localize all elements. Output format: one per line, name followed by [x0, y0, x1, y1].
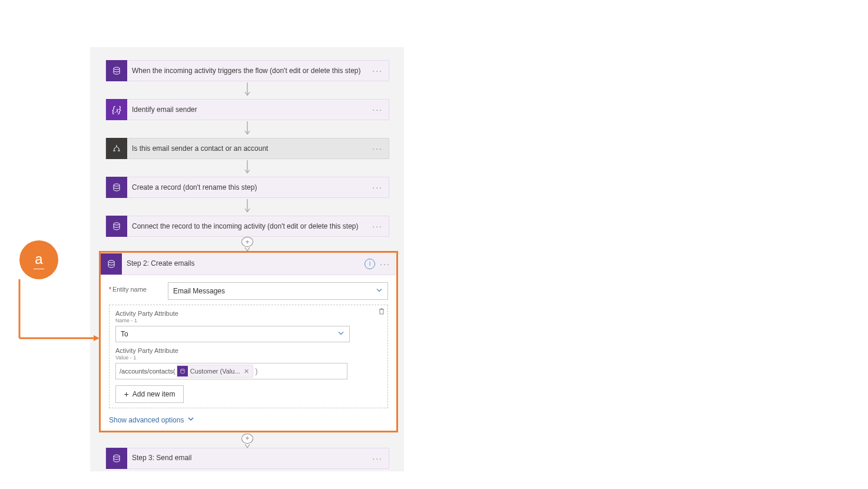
- add-new-item-button[interactable]: + Add new item: [115, 385, 184, 403]
- add-item-label: Add new item: [132, 390, 175, 398]
- svg-point-11: [181, 369, 184, 371]
- insert-step[interactable]: +: [105, 237, 389, 251]
- flow-canvas: When the incoming activity triggers the …: [90, 47, 404, 471]
- svg-point-0: [114, 67, 120, 70]
- dynamic-token[interactable]: Customer (Valu... ✕: [177, 365, 253, 378]
- variable-icon: {𝑥}: [106, 99, 127, 120]
- step-label: Is this email sender a contact or an acc…: [127, 144, 389, 153]
- connector-arrow: [105, 159, 389, 177]
- step-connect-record[interactable]: Connect the record to the incoming activ…: [105, 216, 389, 237]
- step-create-emails-header[interactable]: Step 2: Create emails i ···: [101, 253, 396, 275]
- step-identify-sender[interactable]: {𝑥} Identify email sender ···: [105, 99, 389, 120]
- attr-value-prefix: /accounts/contacts(: [120, 368, 175, 375]
- switch-icon: [106, 138, 127, 159]
- chevron-down-icon: [187, 415, 194, 424]
- database-icon: [106, 216, 127, 237]
- svg-point-6: [114, 223, 120, 225]
- entity-name-label: Entity name: [109, 282, 168, 293]
- svg-point-12: [114, 455, 120, 457]
- step-label: Create a record (don't rename this step): [127, 183, 389, 191]
- attr2-label: Activity Party Attribute: [115, 347, 382, 354]
- remove-token-icon[interactable]: ✕: [244, 368, 249, 375]
- show-adv-label: Show advanced options: [109, 416, 184, 424]
- plus-icon: +: [241, 237, 253, 247]
- connector-arrow: [105, 198, 389, 216]
- database-icon: [106, 177, 127, 198]
- svg-marker-15: [94, 335, 100, 341]
- delete-icon[interactable]: [378, 308, 385, 316]
- svg-point-7: [108, 260, 114, 263]
- show-advanced-options-link[interactable]: Show advanced options: [109, 415, 194, 424]
- attr1-label: Activity Party Attribute: [115, 310, 382, 317]
- database-icon: [101, 253, 122, 275]
- step-create-record[interactable]: Create a record (don't rename this step)…: [105, 177, 389, 198]
- attr-name-select[interactable]: To: [115, 326, 350, 342]
- step-label: When the incoming activity triggers the …: [127, 67, 389, 75]
- database-icon: [106, 448, 127, 469]
- step-label: Identify email sender: [127, 105, 389, 114]
- entity-name-value: Email Messages: [173, 287, 225, 295]
- step-trigger[interactable]: When the incoming activity triggers the …: [105, 60, 389, 81]
- database-icon: [177, 366, 188, 376]
- chevron-down-icon: [376, 287, 383, 296]
- step-create-emails-expanded: Step 2: Create emails i ··· Entity name …: [99, 251, 398, 432]
- step-label: Connect the record to the incoming activ…: [127, 222, 389, 230]
- plus-icon: +: [241, 434, 253, 444]
- chevron-down-icon: [337, 330, 344, 339]
- entity-name-select[interactable]: Email Messages: [168, 282, 388, 300]
- step-label: Step 2: Create emails: [122, 259, 396, 267]
- connector-arrow: [105, 81, 389, 99]
- database-icon: [106, 60, 127, 81]
- annotation-a: a: [19, 240, 102, 352]
- step-send-email[interactable]: Step 3: Send email ···: [105, 448, 389, 469]
- activity-party-group: Activity Party Attribute Name - 1 To Act…: [109, 305, 388, 408]
- attr-value-suffix: ): [256, 367, 258, 375]
- step-label: Step 3: Send email: [127, 454, 389, 462]
- connector-arrow: [105, 120, 389, 138]
- token-label: Customer (Valu...: [190, 368, 240, 375]
- insert-step[interactable]: +: [105, 434, 389, 448]
- step-switch-sender-type[interactable]: Is this email sender a contact or an acc…: [105, 138, 389, 159]
- plus-icon: +: [124, 389, 129, 399]
- svg-point-4: [114, 184, 120, 186]
- svg-rect-8: [380, 309, 383, 314]
- attr2-sublabel: Value - 1: [115, 355, 382, 361]
- attr1-sublabel: Name - 1: [115, 318, 382, 323]
- attr-value-input[interactable]: /accounts/contacts( Customer (Valu... ✕ …: [115, 363, 347, 379]
- annotation-badge: a: [19, 240, 58, 279]
- attr-name-value: To: [121, 330, 128, 338]
- annotation-label: a: [35, 251, 42, 267]
- info-icon[interactable]: i: [365, 259, 375, 269]
